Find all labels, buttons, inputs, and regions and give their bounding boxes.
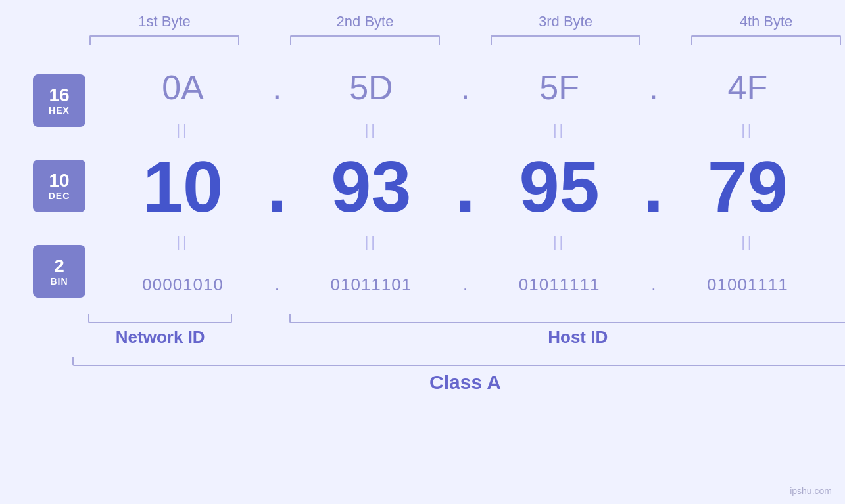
dec-byte2: 93 <box>293 145 448 228</box>
arrow-1: || <box>105 122 260 139</box>
bracket-top-3 <box>491 35 641 45</box>
hex-dot1: . <box>260 68 293 107</box>
badges-column: 16 HEX 10 DEC 2 BIN <box>20 58 105 314</box>
arrows-dec-bin: || || || || <box>105 229 825 255</box>
hex-byte4: 4F <box>670 68 825 107</box>
bottom-brackets-container: Network ID Host ID <box>64 314 846 348</box>
bin-byte3: 01011111 <box>482 275 637 295</box>
arrows-hex-dec: || || || || <box>105 117 825 143</box>
hex-base-num: 16 <box>49 85 69 106</box>
hex-base-label: HEX <box>49 105 70 116</box>
top-brackets-row <box>64 35 846 45</box>
byte-header-4: 4th Byte <box>666 13 846 35</box>
bracket-top-1 <box>89 35 240 45</box>
hex-byte3: 5F <box>482 68 637 107</box>
content-area: 16 HEX 10 DEC 2 BIN 0A . <box>20 58 825 314</box>
arrow-8: || <box>670 233 825 250</box>
bin-dot3: . <box>637 275 670 295</box>
arrow-4: || <box>670 122 825 139</box>
arrow-3: || <box>482 122 637 139</box>
bracket-top-2 <box>290 35 441 45</box>
arrow-7: || <box>482 233 637 250</box>
hex-byte1: 0A <box>105 68 260 107</box>
bin-row: 00001010 . 01011101 . 01011111 . <box>105 255 825 314</box>
host-bottom-bracket <box>289 314 845 323</box>
bin-dot1: . <box>260 275 293 295</box>
spacer-dot1 <box>256 314 289 348</box>
class-label: Class A <box>429 366 501 394</box>
bottom-section: Network ID Host ID Class A <box>64 314 846 394</box>
dec-dot2: . <box>449 145 482 228</box>
bin-byte1: 00001010 <box>105 275 260 295</box>
hex-badge: 16 HEX <box>33 74 85 127</box>
dec-base-label: DEC <box>49 191 70 201</box>
data-columns: 0A . 5D . 5F . 4F <box>105 58 825 314</box>
dec-badge: 10 DEC <box>33 160 85 212</box>
network-bottom-bracket <box>88 314 232 323</box>
network-bracket-section: Network ID <box>64 314 257 348</box>
bin-badge: 2 BIN <box>33 245 85 298</box>
byte-header-3: 3rd Byte <box>466 13 666 35</box>
top-bracket-2 <box>265 35 466 45</box>
dec-base-num: 10 <box>49 171 69 191</box>
class-bottom-bracket <box>72 357 845 366</box>
arrow-5: || <box>105 233 260 250</box>
top-bracket-1 <box>64 35 265 45</box>
bin-base-label: BIN <box>50 276 68 286</box>
dec-dot3: . <box>637 145 670 228</box>
hex-row: 0A . 5D . 5F . 4F <box>105 58 825 117</box>
watermark: ipshu.com <box>790 486 832 496</box>
arrow-2: || <box>293 122 448 139</box>
dec-byte3: 95 <box>482 145 637 228</box>
bin-base-num: 2 <box>54 256 64 277</box>
byte-header-2: 2nd Byte <box>265 13 466 35</box>
arrow-6: || <box>293 233 448 250</box>
network-id-label: Network ID <box>116 323 205 348</box>
host-id-label: Host ID <box>548 323 608 348</box>
byte-header-1: 1st Byte <box>64 13 265 35</box>
top-bracket-4 <box>666 35 846 45</box>
bin-byte4: 01001111 <box>670 275 825 295</box>
hex-dot2: . <box>449 68 482 107</box>
dec-byte4: 79 <box>670 145 825 228</box>
dec-byte1: 10 <box>105 145 260 228</box>
class-section: Class A <box>64 357 846 394</box>
hex-byte2: 5D <box>293 68 448 107</box>
top-bracket-3 <box>466 35 666 45</box>
dec-dot1: . <box>260 145 293 228</box>
byte-headers-row: 1st Byte 2nd Byte 3rd Byte 4th Byte <box>64 13 846 35</box>
bracket-top-4 <box>691 35 842 45</box>
host-bracket-section: Host ID <box>289 314 845 348</box>
dec-row: 10 . 93 . 95 . 79 <box>105 143 825 229</box>
main-container: 1st Byte 2nd Byte 3rd Byte 4th Byte 16 H… <box>0 0 845 504</box>
bin-byte2: 01011101 <box>293 275 448 295</box>
hex-dot3: . <box>637 68 670 107</box>
bin-dot2: . <box>449 275 482 295</box>
